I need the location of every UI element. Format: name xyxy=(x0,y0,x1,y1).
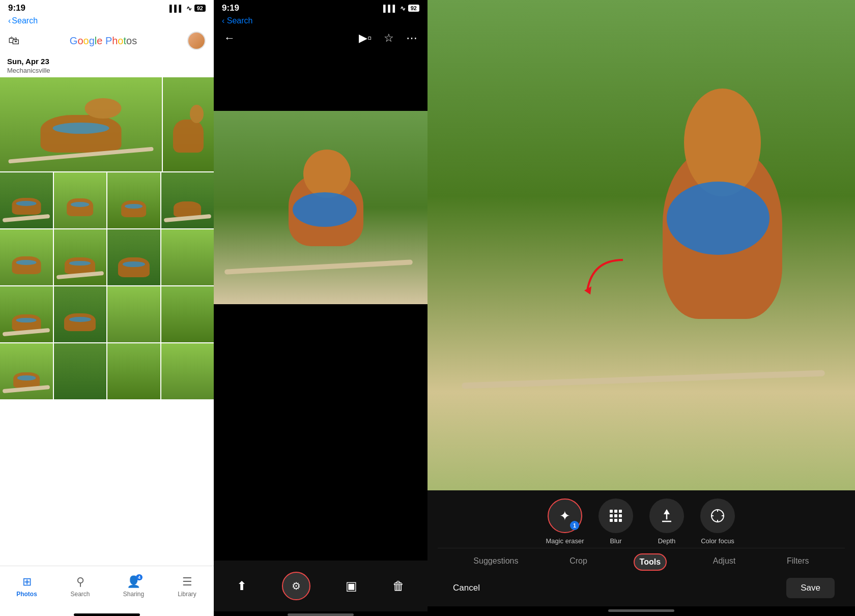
photo-cell[interactable] xyxy=(107,172,160,228)
viewer-home-indicator xyxy=(288,613,354,616)
magic-eraser-icon: ✦ 1 xyxy=(548,498,582,533)
edit-icon: ⚙ xyxy=(292,580,301,592)
color-focus-icon xyxy=(700,498,735,533)
tab-photos[interactable]: ⊞ Photos xyxy=(0,575,53,598)
depth-icon xyxy=(649,498,684,533)
tab-search-label: Search xyxy=(70,591,90,598)
location-label: Mechanicsville xyxy=(7,67,50,74)
grid-row xyxy=(0,286,214,342)
photo-cell[interactable] xyxy=(0,77,162,171)
more-button[interactable]: ⋯ xyxy=(406,32,417,45)
edit-button[interactable]: ⚙ xyxy=(282,572,310,600)
viewer-wifi-icon: ∿ xyxy=(400,5,406,12)
photo-cell[interactable] xyxy=(161,172,214,228)
back-button[interactable]: ← xyxy=(224,32,235,45)
viewer-bottom-bar: ⬆ ⚙ ▣ 🗑 xyxy=(214,561,428,611)
dog-silhouette xyxy=(118,257,150,277)
user-avatar[interactable] xyxy=(187,32,206,50)
svg-rect-1 xyxy=(610,510,613,513)
viewer-time: 9:19 xyxy=(222,3,239,13)
photo-cell[interactable] xyxy=(161,343,214,399)
share-button[interactable]: ⬆ xyxy=(237,579,247,593)
viewer-back-bar[interactable]: ‹ Search xyxy=(214,15,428,28)
color-focus-glyph xyxy=(710,508,725,523)
photo-cell[interactable] xyxy=(107,229,160,285)
dog-harness xyxy=(71,202,89,208)
dog-silhouette xyxy=(64,313,96,331)
edit-bone xyxy=(462,370,825,389)
tool-depth[interactable]: Depth xyxy=(646,498,687,545)
scan-button[interactable]: ▣ xyxy=(346,579,357,593)
tool-color-focus[interactable]: Color focus xyxy=(697,498,738,545)
photo-cell[interactable] xyxy=(54,229,107,285)
viewer-status-bar: 9:19 ▌▌▌ ∿ 92 xyxy=(214,0,428,15)
depth-label: Depth xyxy=(658,537,676,545)
red-arrow xyxy=(577,255,638,301)
delete-button[interactable]: 🗑 xyxy=(392,579,405,593)
tab-crop[interactable]: Crop xyxy=(564,553,592,571)
dog-silhouette xyxy=(121,200,147,217)
photo-cell[interactable] xyxy=(0,286,53,342)
tab-search[interactable]: ⚲ Search xyxy=(53,575,107,598)
photo-cell[interactable] xyxy=(161,229,214,285)
photo-cell[interactable] xyxy=(54,286,107,342)
edit-photo-area xyxy=(428,0,855,490)
cancel-button[interactable]: Cancel xyxy=(448,579,485,597)
edit-tabs-row: Suggestions Crop Tools Adjust Filters xyxy=(438,548,845,574)
photo-cell[interactable] xyxy=(0,343,53,399)
tab-library[interactable]: ☰ Library xyxy=(160,575,214,598)
photo-cell[interactable] xyxy=(54,172,107,228)
photo-cell[interactable] xyxy=(0,172,53,228)
back-bar[interactable]: ‹ Search xyxy=(0,15,214,28)
photo-cell[interactable] xyxy=(107,286,160,342)
back-label[interactable]: Search xyxy=(12,16,38,25)
cart-icon[interactable]: 🛍 xyxy=(8,34,19,47)
dog-harness xyxy=(17,375,36,380)
magic-eraser-label: Magic eraser xyxy=(546,537,584,545)
star-button[interactable]: ☆ xyxy=(384,32,394,45)
svg-rect-2 xyxy=(614,510,617,513)
cast-button[interactable]: ▶▫ xyxy=(359,32,372,45)
viewer-dog-head xyxy=(303,150,350,198)
battery-indicator: 92 xyxy=(194,5,206,12)
tab-sharing[interactable]: 👤 4 Sharing xyxy=(107,575,160,598)
svg-rect-6 xyxy=(619,514,622,517)
dog-harness xyxy=(69,261,91,266)
photo-cell[interactable] xyxy=(0,229,53,285)
magic-eraser-badge: 1 xyxy=(570,521,579,530)
tab-photos-label: Photos xyxy=(16,591,37,598)
dog-harness xyxy=(52,123,109,134)
dog-silhouette xyxy=(12,256,41,274)
photo-cell[interactable] xyxy=(54,343,107,399)
edit-home-indicator xyxy=(608,609,674,612)
blur-icon xyxy=(598,498,633,533)
photo-grid[interactable] xyxy=(0,77,214,566)
dog-harness xyxy=(123,261,145,268)
viewer-black-bottom xyxy=(214,304,428,561)
viewer-signal-icon: ▌▌▌ xyxy=(383,5,397,12)
eraser-glyph: ✦ xyxy=(559,508,571,524)
save-button[interactable]: Save xyxy=(786,578,835,598)
tab-adjust[interactable]: Adjust xyxy=(708,553,740,571)
photo-cell[interactable] xyxy=(107,343,160,399)
svg-rect-8 xyxy=(614,519,617,522)
back-icon: ‹ xyxy=(8,16,11,25)
viewer-back-label[interactable]: Search xyxy=(227,16,253,25)
tool-blur[interactable]: Blur xyxy=(595,498,636,545)
viewer-actions-right: ▶▫ ☆ ⋯ xyxy=(359,32,417,45)
dog-harness xyxy=(16,260,37,266)
dog-silhouette xyxy=(12,198,41,215)
dog-head xyxy=(85,98,122,119)
tab-filters[interactable]: Filters xyxy=(782,553,814,571)
photo-cell[interactable] xyxy=(161,286,214,342)
tab-suggestions[interactable]: Suggestions xyxy=(468,553,523,571)
sharing-badge: 4 xyxy=(136,574,142,580)
photo-cell[interactable] xyxy=(163,77,214,171)
dog-silhouette xyxy=(41,115,122,153)
tab-tools[interactable]: Tools xyxy=(634,553,667,571)
svg-rect-4 xyxy=(610,514,613,517)
search-icon: ⚲ xyxy=(76,575,84,589)
tool-magic-eraser[interactable]: ✦ 1 Magic eraser xyxy=(545,498,585,545)
svg-rect-3 xyxy=(619,510,622,513)
grid-row xyxy=(0,343,214,399)
